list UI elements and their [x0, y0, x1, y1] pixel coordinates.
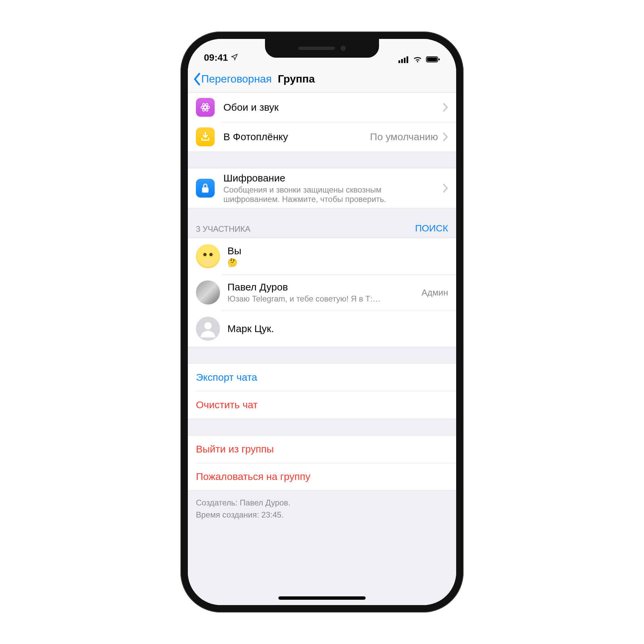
row-title: Шифрование — [223, 172, 438, 184]
location-arrow-icon — [231, 52, 238, 63]
page-title: Группа — [278, 73, 315, 85]
actions-group-danger: Выйти из группы Пожаловаться на группу — [188, 435, 456, 491]
participant-name: Павел Дуров — [227, 281, 418, 293]
participants-count-label: 3 УЧАСТНИКА — [196, 224, 251, 234]
participant-role-badge: Админ — [422, 287, 448, 298]
battery-icon — [426, 56, 440, 63]
svg-point-12 — [204, 322, 212, 330]
participants-header: 3 УЧАСТНИКА ПОИСК — [188, 208, 456, 238]
row-wallpaper-sound[interactable]: Обои и звук — [188, 93, 456, 122]
export-chat-button[interactable]: Экспорт чата — [188, 364, 456, 391]
wallpaper-icon — [196, 98, 215, 117]
chevron-left-icon — [193, 73, 201, 86]
row-title: В Фотоплёнку — [223, 131, 366, 143]
footer-created-time: Время создания: 23:45. — [196, 509, 448, 521]
participants-list: Вы 🤔 Павел Дуров Юзаю Telegram, и тебе с… — [188, 238, 456, 347]
status-time: 09:41 — [204, 52, 228, 63]
back-label: Переговорная — [201, 73, 272, 85]
row-value: По умолчанию — [370, 131, 438, 143]
chevron-right-icon — [443, 103, 448, 112]
content: Обои и звук В Фотоплёнку По умолчанию — [188, 93, 456, 605]
nav-bar: Переговорная Группа — [188, 66, 456, 93]
home-indicator — [278, 596, 366, 600]
actions-group-chat: Экспорт чата Очистить чат — [188, 363, 456, 419]
avatar — [196, 244, 220, 268]
svg-rect-5 — [427, 57, 437, 61]
participant-name: Марк Цук. — [227, 323, 448, 334]
phone-frame: 09:41 — [180, 32, 464, 612]
svg-rect-0 — [398, 60, 400, 63]
row-save-to-camera-roll[interactable]: В Фотоплёнку По умолчанию — [188, 122, 456, 152]
leave-group-button[interactable]: Выйти из группы — [188, 435, 456, 463]
clear-chat-button[interactable]: Очистить чат — [188, 391, 456, 419]
cellular-signal-icon — [398, 56, 409, 63]
svg-rect-11 — [202, 187, 208, 193]
footer-creator: Создатель: Павел Дуров. — [196, 497, 448, 509]
wifi-icon — [413, 56, 423, 63]
avatar — [196, 317, 220, 341]
settings-group-media: Обои и звук В Фотоплёнку По умолчанию — [188, 93, 456, 152]
row-subtitle: Сообщения и звонки защищены сквозным шиф… — [223, 185, 438, 204]
participant-status: 🤔 — [227, 258, 448, 267]
back-button[interactable]: Переговорная — [193, 73, 272, 86]
group-meta-footer: Создатель: Павел Дуров. Время создания: … — [188, 491, 456, 548]
svg-rect-1 — [401, 59, 403, 63]
svg-rect-3 — [407, 56, 408, 63]
search-participants-button[interactable]: ПОИСК — [415, 223, 448, 234]
participant-name: Вы — [227, 245, 448, 257]
row-title: Обои и звук — [223, 102, 438, 113]
row-encryption[interactable]: Шифрование Сообщения и звонки защищены с… — [188, 168, 456, 208]
lock-icon — [196, 179, 215, 198]
chevron-right-icon — [443, 132, 448, 142]
participant-row[interactable]: Марк Цук. — [188, 311, 456, 347]
svg-rect-2 — [404, 58, 406, 63]
svg-rect-6 — [438, 58, 440, 60]
participant-status: Юзаю Telegram, и тебе советую! Я в Т:… — [227, 294, 418, 304]
settings-group-encryption: Шифрование Сообщения и звонки защищены с… — [188, 168, 456, 208]
participant-row[interactable]: Вы 🤔 — [188, 238, 456, 274]
notch — [265, 39, 379, 58]
screen: 09:41 — [188, 39, 456, 605]
participant-row[interactable]: Павел Дуров Юзаю Telegram, и тебе совету… — [188, 274, 456, 311]
avatar — [196, 280, 220, 305]
save-to-photos-icon — [196, 127, 215, 146]
chevron-right-icon — [443, 183, 448, 193]
report-group-button[interactable]: Пожаловаться на группу — [188, 463, 456, 490]
